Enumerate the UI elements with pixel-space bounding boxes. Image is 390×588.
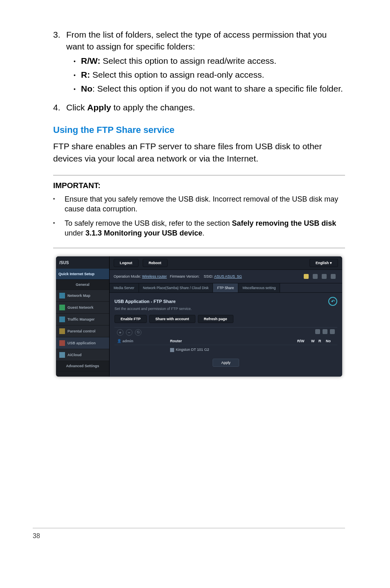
important-colon: : (98, 181, 100, 190)
sidebar-header-general: General (56, 280, 109, 290)
drive-icon (170, 348, 174, 352)
bullet-icon: • (74, 55, 81, 67)
operation-mode-line: Operation Mode: Wireless router Firmware… (114, 274, 242, 278)
user-icon[interactable] (304, 274, 309, 279)
col-rw: R/W (295, 337, 309, 345)
tab-media-server[interactable]: Media Server (110, 283, 139, 292)
tab-samba[interactable]: Network Place(Samba) Share / Cloud Disk (139, 283, 213, 292)
guest-network-icon (59, 305, 65, 310)
step-3-number: 3. (53, 29, 66, 97)
add-account-icon[interactable]: + (117, 329, 123, 336)
important-block: IMPORTANT: • Ensure that you safely remo… (53, 175, 345, 248)
step-3-r: • R: Select this option to assign read-o… (74, 69, 345, 81)
ftp-paragraph: FTP share enables an FTP server to share… (53, 140, 345, 164)
col-w: W (309, 337, 316, 345)
bullet-icon: • (74, 69, 81, 81)
bullet-icon: • (53, 218, 65, 238)
chevron-down-icon: ▾ (330, 261, 332, 265)
tab-ftp-share[interactable]: FTP Share (213, 283, 238, 292)
bullet-icon: • (53, 194, 65, 214)
panel-title: USB Application - FTP Share (114, 299, 176, 304)
no-label: No (81, 84, 92, 93)
sidebar: /SUS Quick Internet Setup General Networ… (56, 256, 110, 377)
ftp-heading: Using the FTP Share service (53, 125, 345, 135)
perm-w[interactable] (309, 345, 316, 355)
perm-no[interactable] (323, 345, 337, 355)
wifi-icon[interactable] (322, 274, 327, 279)
operation-mode-link[interactable]: Wireless router (142, 274, 167, 278)
user-cell[interactable]: 👤 admin (114, 337, 168, 345)
step-4-number: 4. (53, 101, 66, 113)
logout-button[interactable]: Logout (114, 259, 139, 267)
lock-icon (59, 328, 65, 334)
device-row[interactable]: Kingston DT 101 G2 (168, 345, 295, 355)
account-action-tray: + − ⦰ (114, 328, 168, 337)
r-text: Select this option to assign read-only a… (90, 70, 264, 79)
no-text: : Select this option if you do not want … (92, 84, 343, 93)
permission-table: 👤 admin Router R/W W R No Kingston DT 10… (114, 337, 337, 355)
network-map-icon (59, 293, 65, 298)
tab-misc[interactable]: Miscellaneous setting (238, 283, 280, 292)
perm-rw[interactable] (295, 345, 309, 355)
sidebar-header-advanced: Advanced Settings (56, 361, 109, 371)
reboot-button[interactable]: Reboot (143, 259, 168, 267)
step-3-text: From the list of folders, select the typ… (66, 30, 327, 51)
sidebar-item-aicloud[interactable]: AiCloud (56, 349, 109, 361)
step-4-pre: Click (66, 103, 87, 112)
edit-account-icon[interactable]: ⦰ (135, 329, 141, 336)
step-3-rw: • R/W: Select this option to assign read… (74, 55, 345, 67)
sidebar-item-network-map[interactable]: Network Map (56, 290, 109, 302)
refresh-page-button[interactable]: Refresh page (198, 315, 233, 323)
col-r: R (316, 337, 323, 345)
step-4-post: to apply the changes. (111, 103, 195, 112)
perm-r[interactable] (316, 345, 323, 355)
usb-icon (59, 340, 65, 346)
share-with-account-button[interactable]: Share with account (149, 315, 195, 323)
ssid-link[interactable]: ASUS ASUS_5G (214, 274, 242, 278)
sidebar-item-usb-application[interactable]: USB application (56, 337, 109, 349)
sidebar-item-quick-setup[interactable]: Quick Internet Setup (56, 269, 109, 280)
col-no: No (323, 337, 337, 345)
important-label: IMPORTANT (53, 181, 98, 190)
router-header: Router (168, 337, 295, 345)
page-footer: 38 (33, 528, 345, 540)
usb-status-icon[interactable] (331, 274, 336, 279)
panel-subtitle: Set the account and permission of FTP se… (114, 307, 337, 311)
sidebar-item-guest-network[interactable]: Guest Network (56, 302, 109, 314)
traffic-icon (59, 316, 65, 322)
router-screenshot: /SUS Quick Internet Setup General Networ… (56, 256, 342, 377)
page-number: 38 (33, 532, 40, 539)
tool-icon[interactable] (330, 329, 335, 334)
rw-label: R/W: (81, 56, 100, 65)
sidebar-item-parental-control[interactable]: Parental control (56, 325, 109, 337)
step-4-bold: Apply (87, 103, 111, 112)
tool-icon[interactable] (315, 329, 320, 334)
step-3-no: • No: Select this option if you do not w… (74, 83, 345, 94)
cloud-icon (59, 352, 65, 358)
step-3: 3. From the list of folders, select the … (53, 29, 345, 97)
step-4: 4. Click Apply to apply the changes. (53, 101, 345, 113)
language-dropdown[interactable]: English ▾ (309, 259, 338, 267)
tool-icon[interactable] (323, 329, 327, 334)
important-item-1: Ensure that you safely remove the USB di… (65, 194, 345, 214)
rw-text: Select this option to assign read/write … (100, 56, 276, 65)
enable-ftp-button[interactable]: Enable FTP (114, 315, 147, 323)
back-icon[interactable]: ↶ (328, 297, 337, 306)
important-item-2: To safely remove the USB disk, refer to … (65, 218, 345, 238)
bullet-icon: • (74, 83, 81, 94)
sidebar-item-traffic-manager[interactable]: Traffic Manager (56, 314, 109, 325)
r-label: R: (81, 70, 90, 79)
remove-account-icon[interactable]: − (126, 329, 132, 336)
apply-button[interactable]: Apply (213, 359, 239, 367)
status-icon[interactable] (313, 274, 318, 279)
